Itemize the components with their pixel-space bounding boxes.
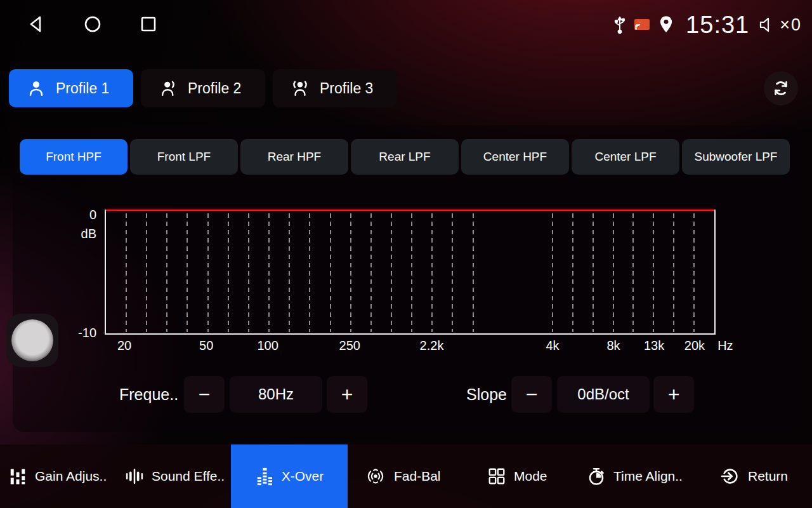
chart-gridline xyxy=(187,213,188,332)
profile-tab-1[interactable]: Profile 1 xyxy=(9,69,133,107)
return-arrow-icon xyxy=(720,467,740,486)
nav-item-return[interactable]: Return xyxy=(720,444,788,508)
chart-gridline xyxy=(146,213,147,332)
recents-button[interactable] xyxy=(137,13,160,36)
nav-item-sound-effe[interactable]: Sound Effe.. xyxy=(125,444,225,508)
nav-item-label: Mode xyxy=(514,469,547,484)
filter-tabs: Front HPFFront LPFRear HPFRear LPFCenter… xyxy=(20,139,790,175)
x-axis-tick-label: 8k xyxy=(606,338,620,353)
volume-indicator: ×0 xyxy=(757,15,802,35)
nav-item-fad-bal[interactable]: Fad-Bal xyxy=(365,444,441,508)
filter-tab-front-lpf[interactable]: Front LPF xyxy=(130,139,238,175)
nav-item-label: Fad-Bal xyxy=(394,469,441,484)
frequency-minus-button[interactable]: − xyxy=(184,376,225,413)
clock: 15:31 xyxy=(686,11,749,39)
x-axis-tick-label: 250 xyxy=(339,338,360,353)
nav-item-label: Return xyxy=(748,469,788,484)
x-axis-tick-label: 4k xyxy=(546,338,559,353)
chart-gridline xyxy=(248,213,249,332)
filter-tab-center-lpf[interactable]: Center LPF xyxy=(572,139,679,175)
chart-gridline xyxy=(228,213,229,332)
equalizer-icon xyxy=(255,467,274,486)
chart-gridline xyxy=(673,213,674,332)
android-nav-buttons xyxy=(25,13,160,36)
volume-knob[interactable] xyxy=(6,314,58,367)
slope-label: Slope xyxy=(466,376,507,413)
slope-minus-button[interactable]: − xyxy=(511,376,552,413)
usb-icon xyxy=(612,15,627,34)
frequency-plus-button[interactable]: + xyxy=(327,376,367,413)
profile-tab-label: Profile 2 xyxy=(188,80,241,97)
filter-tab-center-hpf[interactable]: Center HPF xyxy=(461,139,569,175)
volume-level: ×0 xyxy=(780,15,802,35)
chart-gridline xyxy=(330,213,331,332)
status-icons xyxy=(612,15,676,35)
profile-tab-3[interactable]: Profile 3 xyxy=(273,69,397,107)
cast-icon xyxy=(632,17,652,33)
home-icon xyxy=(82,14,103,34)
chart-gridline xyxy=(632,213,634,332)
x-axis-tick-label: 2.2k xyxy=(420,338,444,353)
back-button[interactable] xyxy=(25,13,48,36)
gain-sliders-icon xyxy=(8,467,27,486)
y-axis-unit-label: dB xyxy=(66,227,96,241)
sync-icon xyxy=(771,79,790,98)
profile-tabs: Profile 1Profile 2Profile 3 xyxy=(9,69,397,107)
filter-tab-rear-hpf[interactable]: Rear HPF xyxy=(240,139,348,175)
chart-gridline xyxy=(693,213,695,332)
filter-tab-rear-lpf[interactable]: Rear LPF xyxy=(351,139,459,175)
x-axis-tick-label: 13k xyxy=(644,338,664,353)
chart-gridline xyxy=(166,213,167,332)
chart-gridline xyxy=(572,213,573,332)
chart-gridline xyxy=(593,213,594,332)
slope-plus-button[interactable]: + xyxy=(653,376,694,413)
response-curve xyxy=(106,210,714,211)
chart-gridline xyxy=(350,213,351,332)
profile-tab-label: Profile 1 xyxy=(56,80,109,97)
x-axis-tick-label: 20 xyxy=(117,338,131,353)
chart-gridline xyxy=(552,213,553,332)
chart-gridline xyxy=(309,213,310,332)
head-unit-screen: 15:31 ×0 Profile 1Profile 2Profile 3 Fro… xyxy=(0,0,812,508)
volume-muted-icon xyxy=(757,15,778,35)
y-axis-top-label: 0 xyxy=(66,208,96,222)
chart-gridline xyxy=(473,213,474,332)
chart-gridline xyxy=(452,213,453,332)
nav-item-mode[interactable]: Mode xyxy=(487,444,547,508)
chart-x-labels: 20501002502.2k4k8k13k20kHz xyxy=(105,338,716,355)
chart-gridline xyxy=(207,213,209,332)
home-button[interactable] xyxy=(81,13,104,36)
chart-gridline xyxy=(391,213,392,332)
y-axis-bottom-label: -10 xyxy=(66,326,96,340)
chart-gridline xyxy=(613,213,614,332)
nav-item-label: Sound Effe.. xyxy=(152,469,225,484)
nav-item-time-align[interactable]: Time Align.. xyxy=(587,444,683,508)
chart-gridline xyxy=(268,213,270,332)
chart-gridline xyxy=(126,213,127,332)
nav-item-label: Gain Adjus.. xyxy=(35,469,107,484)
frequency-value: 80Hz xyxy=(230,376,322,413)
sound-wave-icon xyxy=(125,467,144,486)
nav-item-label: Time Align.. xyxy=(613,469,683,484)
knob-icon xyxy=(11,319,53,361)
frequency-label: Freque.. xyxy=(119,376,178,413)
slope-value: 0dB/oct xyxy=(557,376,650,413)
chart-gridline xyxy=(431,213,433,332)
nav-item-label: X-Over xyxy=(282,469,324,484)
x-axis-tick-label: 20k xyxy=(684,338,705,353)
chart-gridline xyxy=(289,213,290,332)
person-arc-icon xyxy=(159,79,178,98)
profile-tab-2[interactable]: Profile 2 xyxy=(141,69,265,107)
status-bar-right: 15:31 ×0 xyxy=(612,8,802,42)
refresh-button[interactable] xyxy=(764,71,798,105)
filter-tab-subwoofer-lpf[interactable]: Subwoofer LPF xyxy=(682,139,790,175)
chart-gridline xyxy=(411,213,412,332)
filter-tab-front-hpf[interactable]: Front HPF xyxy=(20,139,128,175)
x-axis-tick-label: 50 xyxy=(199,338,213,353)
chart-plot xyxy=(105,210,716,335)
nav-item-gain-adjus[interactable]: Gain Adjus.. xyxy=(8,444,107,508)
stopwatch-icon xyxy=(587,467,606,486)
chart-gridline xyxy=(370,213,372,332)
nav-item-x-over[interactable]: X-Over xyxy=(231,444,348,508)
chart-gridline xyxy=(653,213,654,332)
